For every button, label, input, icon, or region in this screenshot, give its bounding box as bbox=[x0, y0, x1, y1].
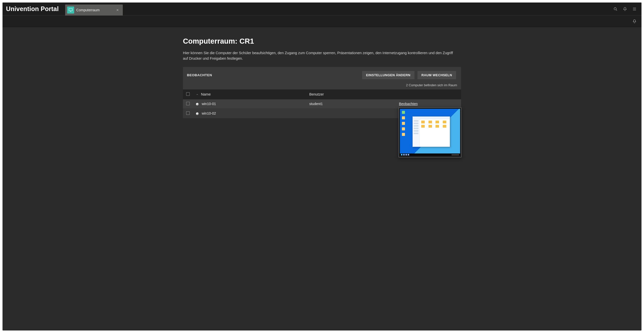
topbar-actions bbox=[613, 7, 638, 12]
observe-link[interactable]: Beobachten bbox=[399, 102, 418, 106]
search-icon[interactable] bbox=[613, 7, 618, 12]
svg-point-0 bbox=[614, 8, 616, 10]
tab-computerraum[interactable]: Computerraum bbox=[65, 5, 123, 16]
thumbnail-desktop bbox=[400, 109, 460, 156]
desktop-icons bbox=[402, 111, 405, 136]
explorer-window-icon bbox=[412, 116, 450, 147]
cell-user: student1 bbox=[306, 99, 396, 109]
panel-subtext: 2 Computer befinden sich im Raum bbox=[183, 83, 461, 90]
column-name[interactable]: Name bbox=[193, 90, 306, 99]
close-icon[interactable] bbox=[115, 8, 120, 12]
bell-icon[interactable] bbox=[622, 7, 627, 12]
cell-name: win10-01 bbox=[193, 99, 306, 109]
panel-title: BEOBACHTEN bbox=[187, 73, 359, 77]
column-name-label: Name bbox=[201, 92, 211, 96]
cell-name: win10-02 bbox=[193, 109, 306, 118]
menu-icon[interactable] bbox=[632, 7, 637, 12]
subheader bbox=[3, 16, 641, 27]
content-area: Computerraum: CR1 Hier können Sie die Co… bbox=[3, 27, 641, 330]
column-user[interactable]: Benutzer bbox=[306, 90, 396, 99]
page-description: Hier können Sie die Computer der Schüler… bbox=[183, 50, 459, 61]
select-all-header bbox=[183, 90, 193, 99]
screen-thumbnail[interactable] bbox=[398, 107, 462, 157]
chevron-up-icon bbox=[196, 93, 198, 97]
status-dot-icon bbox=[196, 103, 199, 106]
page-title: Computerraum: CR1 bbox=[183, 37, 461, 45]
topbar: Univention Portal Computerraum bbox=[3, 3, 641, 16]
column-action bbox=[396, 90, 461, 99]
status-dot-icon bbox=[196, 112, 199, 115]
row-checkbox[interactable] bbox=[186, 111, 190, 115]
column-user-label: Benutzer bbox=[309, 92, 324, 96]
monitor-icon bbox=[67, 7, 74, 14]
switch-room-button[interactable]: RAUM WECHSELN bbox=[417, 71, 456, 79]
brand-title: Univention Portal bbox=[6, 5, 59, 13]
cell-user bbox=[306, 109, 396, 118]
settings-button[interactable]: EINSTELLUNGEN ÄNDERN bbox=[362, 71, 414, 79]
bell-icon[interactable] bbox=[632, 19, 637, 24]
select-all-checkbox[interactable] bbox=[186, 92, 190, 96]
thumbnail-taskbar bbox=[400, 153, 460, 156]
row-checkbox[interactable] bbox=[186, 102, 190, 105]
computer-name: win10-02 bbox=[202, 111, 216, 115]
panel-header: BEOBACHTEN EINSTELLUNGEN ÄNDERN RAUM WEC… bbox=[183, 67, 461, 83]
tab-label: Computerraum bbox=[76, 8, 113, 12]
computer-name: win10-01 bbox=[202, 102, 216, 106]
